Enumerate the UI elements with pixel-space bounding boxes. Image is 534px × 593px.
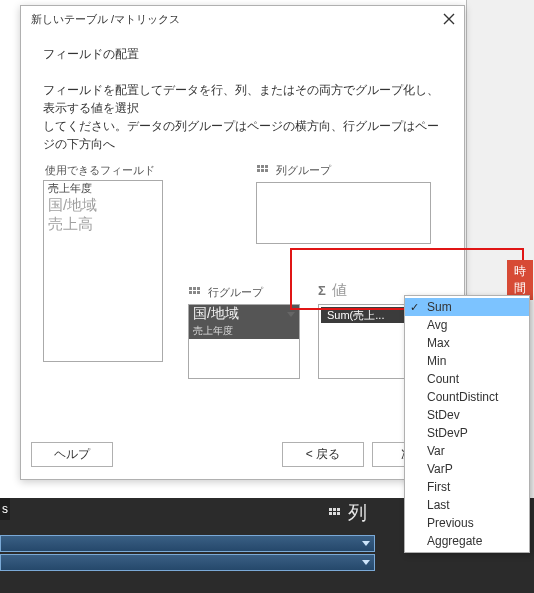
column-groups-box[interactable] [256, 182, 431, 244]
section-description: フィールドを配置してデータを行、列、またはその両方でグループ化し、表示する値を選… [43, 81, 442, 153]
desc-line2: してください。データの列グループはページの横方向、行グループはページの下方向へ [43, 117, 442, 153]
row-group-item[interactable]: 売上年度 [189, 323, 299, 339]
menu-item-previous[interactable]: Previous [405, 514, 529, 532]
designer-row-slot[interactable] [0, 535, 375, 552]
back-button[interactable]: < 戻る [282, 442, 364, 467]
available-fields-list[interactable]: 売上年度 国/地域 売上高 [43, 180, 163, 362]
table-icon [328, 507, 342, 519]
list-item[interactable]: 売上年度 [44, 181, 162, 196]
layout-panels: 使用できるフィールド 売上年度 国/地域 売上高 列グループ [43, 163, 442, 413]
time-chip[interactable]: 時間 [507, 260, 533, 300]
menu-item-countdistinct[interactable]: CountDistinct [405, 388, 529, 406]
menu-item-label: StDev [427, 408, 460, 422]
desc-line1: フィールドを配置してデータを行、列、またはその両方でグループ化し、表示する値を選… [43, 81, 442, 117]
menu-item-stdevp[interactable]: StDevP [405, 424, 529, 442]
close-button[interactable] [440, 10, 458, 28]
menu-item-label: CountDistinct [427, 390, 498, 404]
available-fields-panel: 使用できるフィールド 売上年度 国/地域 売上高 [43, 163, 168, 362]
menu-item-label: StDevP [427, 426, 468, 440]
menu-item-label: Min [427, 354, 446, 368]
designer-col-heading: 列 [328, 500, 367, 526]
value-item-label: Sum(売上... [327, 308, 384, 323]
menu-item-label: VarP [427, 462, 453, 476]
dialog-button-row: ヘルプ < 戻る 次へ [21, 442, 464, 467]
column-groups-panel: 列グループ [256, 163, 431, 244]
row-groups-box[interactable]: 国/地域 売上年度 [188, 304, 300, 379]
help-button[interactable]: ヘルプ [31, 442, 113, 467]
menu-item-label: Previous [427, 516, 474, 530]
available-fields-label: 使用できるフィールド [45, 163, 168, 178]
row-groups-panel: 行グループ 国/地域 売上年度 [188, 285, 303, 379]
aggregate-menu[interactable]: ✓ Sum Avg Max Min Count CountDistinct St… [404, 295, 530, 553]
sigma-icon: Σ [318, 283, 326, 298]
menu-item-last[interactable]: Last [405, 496, 529, 514]
new-table-matrix-dialog: 新しいテーブル /マトリックス フィールドの配置 フィールドを配置してデータを行… [20, 5, 465, 480]
close-icon [443, 13, 455, 25]
menu-item-label: Last [427, 498, 450, 512]
menu-item-sum[interactable]: ✓ Sum [405, 298, 529, 316]
menu-item-label: Var [427, 444, 445, 458]
designer-row-slot[interactable] [0, 554, 375, 571]
table-icon [188, 287, 202, 299]
section-heading: フィールドの配置 [43, 46, 442, 63]
menu-item-count[interactable]: Count [405, 370, 529, 388]
table-icon [256, 165, 270, 177]
menu-item-aggregate[interactable]: Aggregate [405, 532, 529, 550]
row-group-item-label: 国/地域 [193, 305, 239, 323]
menu-item-label: Count [427, 372, 459, 386]
column-groups-label: 列グループ [276, 163, 331, 178]
chevron-down-icon[interactable] [287, 312, 295, 317]
chevron-down-icon[interactable] [362, 560, 370, 565]
list-item[interactable]: 売上高 [44, 215, 162, 234]
check-icon: ✓ [410, 301, 419, 314]
row-group-item-selected[interactable]: 国/地域 [189, 305, 299, 323]
designer-tab[interactable]: s [0, 498, 10, 520]
designer-rows [0, 535, 375, 573]
menu-item-varp[interactable]: VarP [405, 460, 529, 478]
menu-item-label: Aggregate [427, 534, 482, 548]
dialog-title: 新しいテーブル /マトリックス [31, 12, 180, 27]
menu-item-var[interactable]: Var [405, 442, 529, 460]
dialog-body: フィールドの配置 フィールドを配置してデータを行、列、またはその両方でグループ化… [21, 32, 464, 413]
dialog-titlebar: 新しいテーブル /マトリックス [21, 6, 464, 32]
row-group-item-label: 売上年度 [193, 325, 233, 336]
list-item[interactable]: 国/地域 [44, 196, 162, 215]
row-groups-label: 行グループ [208, 285, 263, 300]
chevron-down-icon[interactable] [362, 541, 370, 546]
menu-item-avg[interactable]: Avg [405, 316, 529, 334]
menu-item-first[interactable]: First [405, 478, 529, 496]
menu-item-label: Sum [427, 300, 452, 314]
menu-item-label: Avg [427, 318, 447, 332]
menu-item-min[interactable]: Min [405, 352, 529, 370]
values-label: 値 [332, 281, 347, 300]
value-item-selected[interactable]: Sum(売上... [321, 307, 417, 323]
menu-item-stdev[interactable]: StDev [405, 406, 529, 424]
menu-item-max[interactable]: Max [405, 334, 529, 352]
menu-item-label: Max [427, 336, 450, 350]
designer-col-label: 列 [348, 500, 367, 526]
menu-item-label: First [427, 480, 450, 494]
